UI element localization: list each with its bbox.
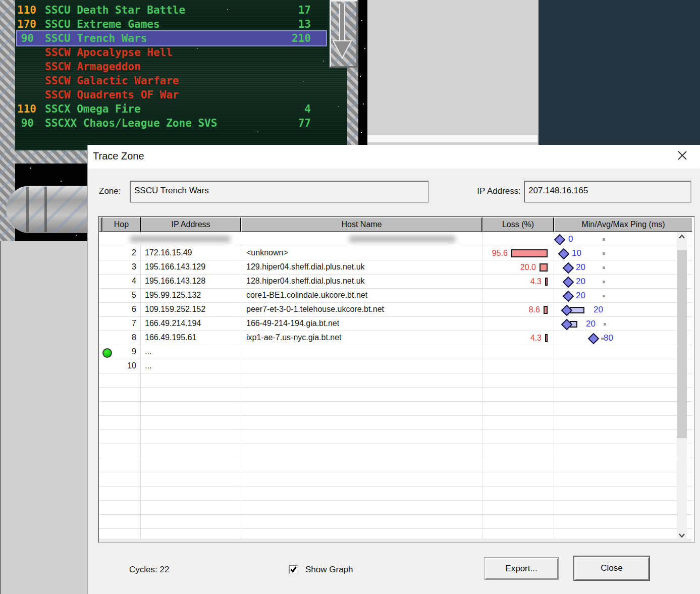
zone-row[interactable]: SSCW Apocalypse Hell [17,45,326,60]
cell-ip: 195.166.143.128 [141,275,241,288]
zone-row[interactable]: SSCW Quadrents OF War [17,88,326,102]
table-row[interactable]: 7166.49.214.194166-49-214-194.gia.bt.net… [99,317,692,331]
cell-empty [141,373,241,387]
table-row-empty[interactable] [99,430,692,444]
cell-empty [482,472,554,486]
close-button[interactable] [676,149,689,163]
table-row[interactable]: 6109.159.252.152peer7-et-3-0-1.telehouse… [99,303,692,317]
cell-loss [482,232,554,246]
cell-loss [482,359,554,373]
cell-ip: 166.49.195.61 [141,331,241,345]
ip-address-value: 207.148.16.165 [528,182,588,200]
zone-name: SSCW Galactic Warfare [45,74,179,88]
zone-name: SSCU Trench Wars [45,31,147,45]
table-row-empty[interactable] [99,373,692,388]
header-host-name[interactable]: Host Name [241,217,482,232]
table-row-empty[interactable] [99,487,692,501]
cell-empty [554,515,692,528]
cell-empty [141,402,241,415]
cell-empty [241,402,482,415]
table-row[interactable]: 10... [99,359,692,373]
cell-empty [141,430,241,444]
close-dialog-button[interactable]: Close [573,556,650,581]
table-row[interactable]: 2172.16.15.49<unknown>95.610 [99,246,692,260]
scroll-down-arrow-icon [331,2,353,63]
zone-row[interactable]: SSCW Galactic Warfare [17,74,326,88]
zone-row[interactable]: 170SSCU Extreme Games13 [17,17,326,31]
table-row-empty[interactable] [99,515,692,529]
cell-empty [482,388,554,401]
cell-ping: 20 [554,303,692,316]
zone-row[interactable]: 90SSCXX Chaos/League Zone SVS77 [17,116,326,130]
cell-empty [554,373,692,387]
cell-empty [241,515,482,528]
cell-ping: 10 [554,246,692,260]
redacted-smudge [130,236,231,242]
cell-empty [241,472,482,486]
cell-empty [241,430,482,444]
zone-row[interactable]: SSCW Armageddon [17,60,326,74]
zone-row[interactable]: 90SSCU Trench Wars210 [17,31,326,45]
zone-row[interactable]: 110SSCX Omega Fire4 [17,102,326,116]
cell-empty [141,416,241,429]
table-row[interactable]: 4195.166.143.128128.hiper04.sheff.dial.p… [99,275,692,289]
zone-port: 170 [17,17,34,31]
table-row[interactable]: 3195.166.143.129129.hiper04.sheff.dial.p… [99,260,692,275]
dialog-title: Trace Zone [93,150,144,162]
scrollbar-up-button[interactable] [677,232,687,241]
table-scrollbar[interactable] [677,232,687,540]
table-row[interactable]: 9... [99,345,692,359]
table-row-empty[interactable] [99,472,692,487]
cell-ping: 0 [554,232,692,246]
zone-port: 90 [17,31,34,45]
zone-name: SSCW Apocalypse Hell [45,45,173,60]
chevron-up-icon [678,234,685,239]
active-hop-indicator [102,348,112,358]
cell-host: 166-49-214-194.gia.bt.net [241,317,482,331]
cycles-label: Cycles: 22 [129,565,169,575]
cell-empty [554,402,692,415]
header-loss[interactable]: Loss (%) [482,217,554,232]
table-row-empty[interactable] [99,444,692,458]
cell-empty [482,501,554,514]
header-stub [99,217,102,232]
cell-ip: 195.166.143.129 [141,260,241,274]
zone-list: 110SSCU Death Star Battle17170SSCU Extre… [0,0,367,151]
zone-scroll-down-button[interactable] [330,0,358,68]
table-row-empty[interactable] [99,416,692,430]
table-row[interactable]: 8166.49.195.61ixp1-ae-7.us-nyc.gia.bt.ne… [99,331,692,345]
header-ping[interactable]: Min/Avg/Max Ping (ms) [554,217,692,232]
table-row-empty[interactable] [99,458,692,472]
ping-diamond-marker [554,234,565,246]
ping-diamond-marker [563,291,574,302]
cell-ping: 20 [554,317,692,331]
export-button[interactable]: Export... [484,557,559,580]
header-ip-address[interactable]: IP Address [141,217,241,232]
zone-row[interactable]: 110SSCU Death Star Battle17 [17,3,326,17]
dialog-titlebar[interactable]: Trace Zone [88,145,700,169]
table-row[interactable]: 5195.99.125.132core1-BE1.colindale.ukcor… [99,289,692,303]
header-hop[interactable]: Hop [102,217,141,232]
cell-ping [554,345,692,359]
trace-table: Hop IP Address Host Name Loss (%) Min/Av… [98,216,695,543]
table-row-empty[interactable] [99,388,692,402]
cell-empty [241,416,482,429]
cell-empty [99,388,141,401]
table-row-empty[interactable] [99,501,692,515]
window-bottom-strip [367,135,537,142]
zone-input[interactable]: SSCU Trench Wars [130,181,429,203]
table-row[interactable]: 0 [99,232,692,246]
cell-empty [554,487,692,500]
show-graph-checkbox[interactable] [289,565,298,574]
table-row-empty[interactable] [99,402,692,416]
cell-empty [99,402,141,415]
cell-empty [241,458,482,472]
scrollbar-thumb[interactable] [677,250,687,438]
groove [44,187,47,232]
ip-address-label: IP Address: [460,186,521,196]
ip-address-input[interactable]: 207.148.16.165 [524,181,691,203]
background-window-gray [367,0,539,146]
zone-label: Zone: [99,186,121,196]
cell-ip: 109.159.252.152 [141,303,241,316]
cell-empty [554,416,692,429]
